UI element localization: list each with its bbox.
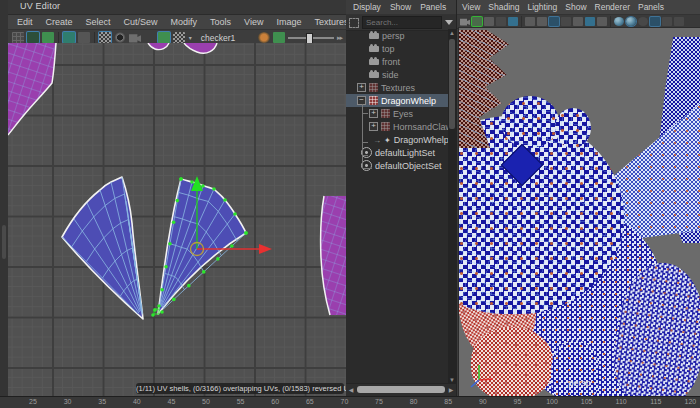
grease-pencil-icon[interactable] xyxy=(508,17,518,26)
outliner-item-persp[interactable]: persp xyxy=(346,29,448,42)
menu-item[interactable]: Lighting xyxy=(527,2,557,12)
dragon-ear[interactable] xyxy=(501,96,559,148)
frame-tick-label: 35 xyxy=(98,398,106,405)
filter-icon[interactable] xyxy=(349,18,359,28)
scrollbar-thumb[interactable] xyxy=(357,386,445,393)
menu-item[interactable]: Image xyxy=(276,17,301,27)
frame-tick-label: 85 xyxy=(444,398,452,405)
outliner-item-side[interactable]: side xyxy=(346,68,448,81)
shaded-icon[interactable] xyxy=(537,17,547,26)
dragon-snout[interactable] xyxy=(555,108,591,148)
search-options-dropdown-icon[interactable] xyxy=(445,20,453,25)
uv-shell-fragment[interactable] xyxy=(184,43,217,53)
frame-tick-label: 80 xyxy=(410,398,418,405)
uv-grid-lines-icon[interactable] xyxy=(78,32,90,43)
uv-shell-magenta-topleft[interactable] xyxy=(8,43,56,135)
camera-attributes-icon[interactable] xyxy=(460,17,470,26)
uv-shell-wing-right-selected[interactable] xyxy=(151,177,248,317)
shadows-icon[interactable] xyxy=(573,17,583,26)
connection-arrow-icon xyxy=(373,135,381,145)
left-scroll-nub[interactable] xyxy=(2,225,6,259)
image-dim-slider[interactable] xyxy=(288,33,334,43)
uv-snapshot-icon[interactable] xyxy=(129,32,141,43)
outliner-item-top[interactable]: top xyxy=(346,42,448,55)
expand-icon[interactable] xyxy=(357,83,366,92)
screen-space-ao-icon[interactable] xyxy=(585,17,595,26)
menu-item[interactable]: Create xyxy=(46,17,73,27)
search-input[interactable] xyxy=(362,16,442,29)
uv-shell-magenta-right[interactable] xyxy=(321,196,346,315)
mesh-icon xyxy=(369,83,378,92)
uv-shell-wing-left[interactable] xyxy=(62,177,143,319)
uv-distortion-icon[interactable] xyxy=(42,32,54,43)
dim-image-icon[interactable] xyxy=(114,32,126,43)
bookmark-icon[interactable] xyxy=(472,17,482,26)
frame-tick-label: 105 xyxy=(581,398,593,405)
multisampling-icon[interactable] xyxy=(614,17,624,26)
scroll-up-icon[interactable]: ▲ xyxy=(448,29,456,37)
texture-dropdown-arrow-icon[interactable]: ▾ xyxy=(189,34,192,41)
uv-grid-icon[interactable] xyxy=(12,32,24,43)
uv-canvas[interactable]: (1/11) UV shells, (0/3166) overlapping U… xyxy=(8,43,346,396)
scroll-right-icon[interactable]: ▶ xyxy=(447,386,455,394)
menu-item[interactable]: Show xyxy=(565,2,586,12)
outliner-item-textures[interactable]: Textures xyxy=(346,81,448,94)
uv-shell-fragment[interactable] xyxy=(148,43,169,50)
menu-item[interactable]: View xyxy=(462,2,480,12)
menu-item[interactable]: View xyxy=(244,17,263,27)
frame-tick-label: 25 xyxy=(29,398,37,405)
light-icon[interactable] xyxy=(662,17,672,26)
uv-borders-icon[interactable] xyxy=(63,32,75,43)
frame-tick-label: 95 xyxy=(513,398,521,405)
mesh-icon xyxy=(369,96,378,105)
menu-item[interactable]: Tools xyxy=(210,17,231,27)
frame-tick-label: 110 xyxy=(616,398,627,405)
2d-pan-zoom-icon[interactable] xyxy=(496,17,506,26)
depth-peeling-icon[interactable] xyxy=(626,17,636,26)
uv-shells-layer xyxy=(8,43,346,396)
scroll-left-icon[interactable]: ◀ xyxy=(347,386,355,394)
xray-icon[interactable] xyxy=(674,17,684,26)
wireframe-icon[interactable] xyxy=(525,17,535,26)
scrollbar-thumb[interactable] xyxy=(449,39,455,129)
motion-blur-icon[interactable] xyxy=(597,17,607,26)
texture-toggle-icon[interactable] xyxy=(158,32,170,43)
expand-icon[interactable] xyxy=(369,109,378,118)
menu-item[interactable]: Display xyxy=(353,2,381,12)
uv-shaded-display-icon[interactable] xyxy=(27,32,39,43)
expand-icon[interactable] xyxy=(369,122,378,131)
dragon-claw[interactable] xyxy=(511,340,541,382)
menu-item[interactable]: Panels xyxy=(638,2,664,12)
menu-item[interactable]: Renderer xyxy=(595,2,630,12)
time-slider[interactable]: 2530354045505560657075808590951001051101… xyxy=(0,396,700,408)
gamma-icon[interactable] xyxy=(638,17,648,26)
uv-editor-title: UV Editor xyxy=(8,0,346,15)
update-psd-icon[interactable] xyxy=(258,32,270,43)
menu-item[interactable]: Shading xyxy=(488,2,519,12)
isolate-select-icon[interactable] xyxy=(650,17,660,26)
menu-item[interactable]: Textures xyxy=(314,17,347,27)
menu-item[interactable]: Show xyxy=(390,2,411,12)
lights-icon[interactable] xyxy=(561,17,571,26)
menu-item[interactable]: Cut/Sew xyxy=(124,17,158,27)
outliner-vertical-scrollbar[interactable]: ▲ ▼ xyxy=(448,29,456,384)
outliner-item-front[interactable]: front xyxy=(346,55,448,68)
textured-icon[interactable] xyxy=(549,17,559,26)
use-image-ratio-icon[interactable] xyxy=(273,32,285,43)
menu-item[interactable]: Edit xyxy=(17,17,33,27)
texture-swatch-icon[interactable] xyxy=(173,32,185,43)
outliner-horizontal-scrollbar[interactable]: ◀ ▶ xyxy=(346,383,456,396)
tree-connector xyxy=(362,113,368,114)
frame-tick-label: 120 xyxy=(685,398,697,405)
menu-item[interactable]: Panels xyxy=(420,2,446,12)
menu-item[interactable]: Modify xyxy=(171,17,198,27)
menu-item[interactable]: Select xyxy=(86,17,111,27)
texture-name-label: checker1 xyxy=(201,33,236,43)
tree-connector xyxy=(362,168,372,169)
manipulator-x-arrow xyxy=(259,244,272,254)
toolbar-overflow-icon[interactable]: ▸▸ xyxy=(337,34,342,42)
frame-tick-label: 70 xyxy=(340,398,348,405)
image-plane-icon[interactable] xyxy=(484,17,494,26)
checker-display-icon[interactable] xyxy=(99,32,111,43)
viewport-3d-view[interactable]: persp xyxy=(458,27,700,396)
